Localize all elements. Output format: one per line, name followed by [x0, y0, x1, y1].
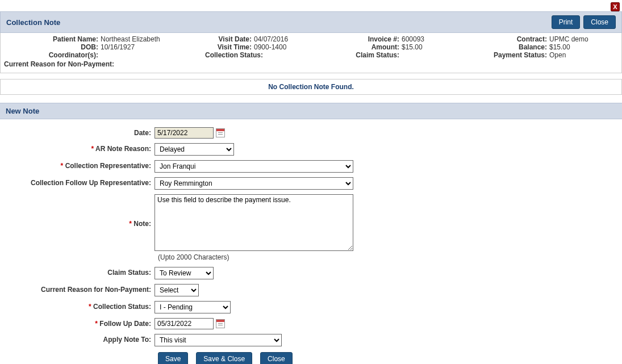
- ar-reason-select[interactable]: Delayed: [155, 143, 234, 156]
- date-label: Date:: [134, 129, 151, 137]
- claim-status-label: Claim Status:: [107, 269, 151, 277]
- nonpay-reason-select[interactable]: Select: [155, 284, 199, 296]
- visit-date-label: Visit Date:: [203, 35, 254, 43]
- collection-status-label: Collection Status:: [93, 303, 151, 311]
- header-bar: Collection Note Print Close: [0, 11, 622, 33]
- visit-date-value: 04/07/2016: [254, 35, 345, 43]
- info-collection-status-value: [265, 51, 345, 59]
- apply-note-label: Apply Note To:: [103, 336, 151, 344]
- page-title: Collection Note: [6, 18, 60, 27]
- collection-status-select[interactable]: I - Pending: [155, 301, 231, 313]
- followup-rep-label: Collection Follow Up Representative:: [31, 179, 151, 187]
- calendar-icon[interactable]: [216, 319, 225, 328]
- dob-value: 10/16/1927: [101, 43, 203, 51]
- save-button[interactable]: Save: [158, 352, 188, 364]
- window-close-icon[interactable]: X: [611, 2, 620, 11]
- followup-date-input[interactable]: [155, 318, 214, 329]
- visit-time-value: 0900-1400: [254, 43, 345, 51]
- new-note-section-header: New Note: [0, 103, 622, 119]
- balance-value: $15.00: [549, 43, 612, 51]
- ar-reason-label: AR Note Reason:: [95, 145, 151, 153]
- note-label: Note:: [133, 220, 151, 228]
- save-close-button[interactable]: Save & Close: [196, 352, 252, 364]
- contract-value: UPMC demo: [549, 35, 612, 43]
- apply-note-select[interactable]: This visit: [155, 334, 282, 346]
- invoice-value: 600093: [402, 35, 481, 43]
- contract-label: Contract:: [481, 35, 549, 43]
- visit-time-label: Visit Time:: [203, 43, 254, 51]
- note-textarea[interactable]: [155, 194, 353, 251]
- payment-status-value: Open: [549, 51, 612, 59]
- collection-rep-select[interactable]: Jon Franqui: [155, 160, 353, 173]
- followup-rep-select[interactable]: Roy Remmington: [155, 177, 353, 190]
- header-actions: Print Close: [552, 15, 616, 29]
- coordinators-label: Coordinator(s):: [4, 51, 101, 59]
- new-note-form: Date: * AR Note Reason: Delayed * Collec…: [0, 119, 622, 364]
- calendar-icon[interactable]: [216, 128, 225, 137]
- date-input[interactable]: [155, 127, 214, 139]
- info-claim-status-label: Claim Status:: [345, 51, 402, 59]
- no-note-message: No Collection Note Found.: [0, 79, 622, 95]
- nonpay-reason-label: Current Reason for Non-Payment:: [41, 286, 151, 294]
- patient-name-label: Patient Name:: [4, 35, 101, 43]
- payment-status-label: Payment Status:: [481, 51, 549, 59]
- dob-label: DOB:: [4, 43, 101, 51]
- coordinators-value: [101, 51, 203, 59]
- followup-date-label: Follow Up Date:: [99, 320, 151, 328]
- patient-name-value: Northeast Elizabeth: [101, 35, 203, 43]
- info-nonpay-label: Current Reason for Non-Payment:: [4, 60, 114, 68]
- close-button[interactable]: Close: [583, 15, 616, 29]
- invoice-label: Invoice #:: [345, 35, 402, 43]
- note-helper-text: (Upto 2000 Characters): [0, 253, 622, 261]
- amount-label: Amount:: [345, 43, 402, 51]
- info-collection-status-label: Collection Status:: [203, 51, 265, 59]
- amount-value: $15.00: [402, 43, 481, 51]
- form-close-button[interactable]: Close: [260, 352, 293, 364]
- balance-label: Balance:: [481, 43, 549, 51]
- info-claim-status-value: [402, 51, 481, 59]
- print-button[interactable]: Print: [552, 15, 581, 29]
- info-panel: Patient Name:Northeast Elizabeth Visit D…: [0, 33, 622, 73]
- claim-status-select[interactable]: To Review: [155, 267, 214, 279]
- collection-rep-label: Collection Representative:: [65, 162, 151, 170]
